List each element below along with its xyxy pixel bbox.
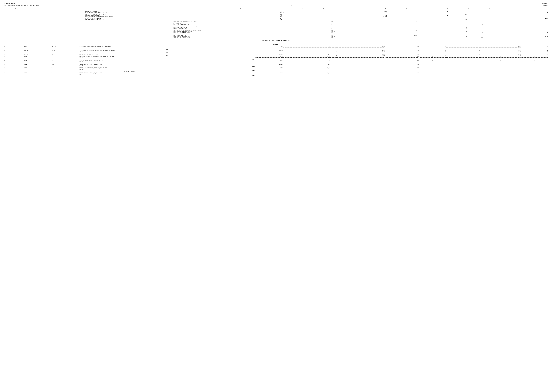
met-r4-v8: •: [418, 25, 450, 27]
item-40-v8: 273: [385, 50, 419, 51]
item-42-v9: •: [419, 56, 446, 57]
item-41-r2-v9: 32: [419, 55, 446, 56]
item-40-r2-name: КАНАЛОВ: [79, 51, 256, 52]
item-40-r2-qty: [255, 51, 283, 52]
it-r1-v9: •: [450, 35, 483, 36]
item-44-r2-sub1: [255, 65, 330, 66]
met-r2-label: МАТЕРИАЛЫ -: [172, 23, 325, 24]
item-41-r2-qty: [255, 55, 283, 56]
met-r7-sep: [325, 29, 330, 31]
sum-row-6: НОРМАТИВНАЯ ТРУДОЕМКОСТЬ - ЧЕЛ.-Ч • 1166: [4, 18, 548, 19]
met-r7-v10: [483, 29, 516, 31]
sum-r5-v9: •: [427, 16, 468, 18]
it-r1-v8: •: [418, 35, 450, 36]
sum-r2-c2: [31, 12, 57, 14]
item-40-unit-rest: [255, 52, 548, 54]
sum-r6-v10: [468, 18, 508, 19]
item-44-v12: •: [521, 64, 548, 65]
col-h11: 11: [513, 8, 548, 9]
met-r4-v11: [516, 25, 548, 27]
sum-r5-v10: [468, 16, 508, 18]
it-r2-v8: •: [418, 36, 450, 37]
met-r1-v7: 22: [374, 21, 418, 23]
item-46-v10: •: [446, 72, 480, 74]
sum-row-5: ВСЕГО,СТОИМОСТЬ ОБЩЕСТРОИТЕЛЬНЫХ РАБОТ -…: [4, 16, 548, 18]
sum-r2-v9: [427, 12, 468, 14]
item-43-num: 43: [4, 60, 24, 61]
met-r3-label: ВСЕГО ЗАРАБОТНАЯ ПЛАТА-: [172, 24, 325, 25]
item-39-r2-v12: •: [521, 48, 548, 49]
item-46-v9: •: [419, 72, 446, 74]
sum-r2-sep: [273, 12, 279, 14]
item-40-unit-row: МЗ: [4, 52, 548, 54]
item-40-row2: КАНАЛОВ 0,40 0,16 3 0,13 3: [4, 51, 548, 52]
item-46-unit-sub2: [330, 75, 385, 76]
sum-r1-unit: РУБ.: [279, 11, 333, 12]
item-46-v8: 261: [385, 72, 419, 74]
met-r6-c123: [4, 28, 172, 29]
sum-r5-c123: [4, 16, 84, 18]
item-44-unit-row: М КУБ: [4, 66, 548, 67]
met-r1-v9: •: [450, 21, 483, 23]
met-r6-unit: РУБ.: [330, 28, 374, 29]
item-39-row1: 39 Е6-11 ТВ.3-2 •УСТРОЙСТВО НЕБЕНСОЧНОГО…: [4, 46, 548, 48]
item-44-code1: СССИ: [24, 64, 51, 65]
item-43-sep1: [330, 60, 337, 61]
col-sep5: 1: [300, 8, 306, 9]
item-41-row2: МЗ 1,66 1,06 32 1,37 41: [4, 55, 548, 56]
item-41-r2-sub2: 1,06: [337, 55, 385, 56]
item-39-r2-c3: [51, 48, 78, 49]
items-table: 39 Е6-11 ТВ.3-2 •УСТРОЙСТВО НЕБЕНСОЧНОГО…: [4, 46, 548, 76]
sum-r6-c123: [4, 18, 84, 19]
item-39-unit-rest: [255, 49, 548, 50]
item-41-name: •УСТРОЙСТВО КАНАЛОВ ИЗ ЛОТКОВ: [79, 54, 256, 55]
sum-r6-sep: [273, 18, 279, 19]
met-r5-v9: •: [450, 27, 483, 28]
item-46-r2-c123: [4, 74, 79, 75]
it-r2-v10: [483, 36, 516, 37]
item-41-r2-c123: [4, 55, 79, 56]
met-r9-v7: •: [374, 32, 418, 34]
item-45-p2: [337, 67, 385, 69]
price-note-row: ЦЕНА:76,3=0,52,2: [4, 71, 548, 72]
price-note-rest: [255, 71, 548, 72]
met-row-4: СТОИМОСТЬ МАТЕРИАЛОВ И КОНСТРУКЦИЯ - РУБ…: [4, 25, 548, 27]
item-42-p1: 76,33: [283, 56, 330, 57]
item-45-p1: 73,66: [283, 67, 330, 69]
doc-number: 1136319: [543, 4, 548, 6]
item-44-name: •ТО ЖЕ,ОБЪЕМОМ БОЛЕЕ 0,6 ДО 1 М КУБ: [79, 64, 256, 65]
it-r1-v11: •: [516, 35, 548, 36]
item-46-unit: М КУБ: [79, 75, 256, 76]
item-40-code1: Е6-16: [24, 50, 51, 51]
item-45-v9: •: [419, 67, 446, 69]
item-45-r2-code3: П.6-521: [79, 69, 256, 70]
item-46-num: 46: [4, 72, 24, 74]
item-43-v11: •: [480, 60, 521, 61]
item-46-p1: 69,66: [283, 72, 330, 74]
item-40-num: 40: [4, 50, 24, 51]
item-40-code2: ТВ.3-1: [51, 50, 78, 51]
item-45-unit-rest: [255, 70, 548, 71]
sum-r5-unit: РУБ.: [279, 16, 333, 18]
sum-r4-v7: 664: [333, 15, 387, 16]
sum-r5-v8: •: [387, 16, 427, 18]
met-r4-v7: 19: [374, 25, 418, 27]
item-39-r2-c1: [4, 48, 24, 49]
item-41-r2-v8: [385, 55, 419, 56]
met-r8-c123: [4, 31, 172, 32]
itogo-row-1: ИТОГО ПО РАЗДЕЛУ 2 РУБ. 18693 • • •: [4, 35, 548, 36]
item-43-v10: •: [446, 60, 480, 61]
met-r6-v10: [483, 28, 516, 29]
col-sep7: 1: [382, 8, 389, 9]
item-42-v12: •: [521, 56, 548, 57]
item-43-row1: 43 СССИ Т.1 •ТО ЖЕ,ОБЪЕМОМ БОЛЕЕ 0,2 ДО …: [4, 60, 548, 61]
item-45-unit: М КУБ: [79, 70, 256, 71]
item-43-qty: 6,62: [255, 60, 283, 61]
item-45-code1: СССИ: [24, 67, 51, 69]
met-r2-unit: РУБ.: [330, 23, 374, 24]
met-r4-label: СТОИМОСТЬ МАТЕРИАЛОВ И КОНСТРУКЦИЯ -: [172, 25, 325, 27]
item-39-name: •УСТРОЙСТВО НЕБЕНСОЧНОГО ОСНОВАНИЕ ПОД М…: [79, 46, 256, 48]
it-r2-label: НОРМАТИВНАЯ ТРУДОЕМКОСТЬ -: [172, 36, 325, 37]
item-40-r2-v9: 3: [419, 51, 446, 52]
item-39-row2: УЧАСТКИ КАНАЛОВ 0,45 6,11 0,14 •: [4, 48, 548, 49]
